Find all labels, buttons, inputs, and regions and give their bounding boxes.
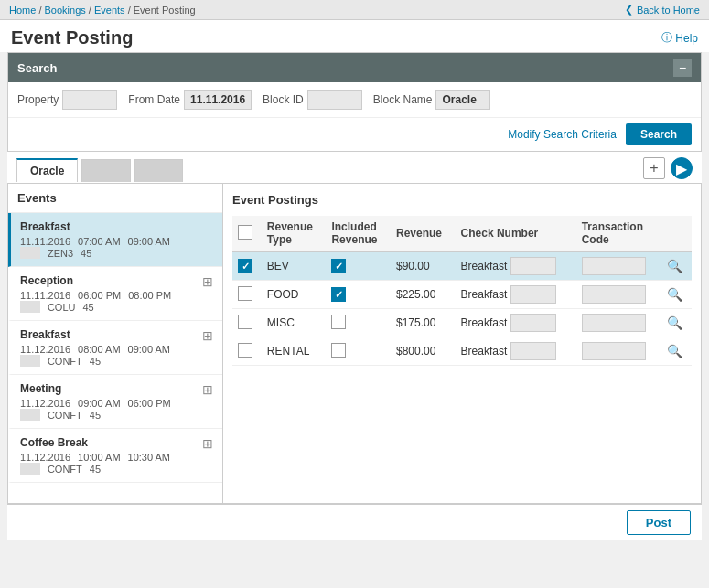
transaction-code-input[interactable] [582,314,646,332]
event-code-row: ZEN3 45 [20,247,213,259]
event-date-row: 11.12.2016 09:00 AM 06:00 PM [20,398,213,409]
search-criteria: Property From Date 11.11.2016 Block ID B… [8,82,701,117]
included-revenue-cell[interactable] [326,309,391,337]
event-date-row: 11.12.2016 08:00 AM 09:00 AM [20,344,213,355]
transaction-code-input[interactable] [582,342,646,360]
row-checkbox[interactable] [238,315,252,329]
collapse-button[interactable]: − [673,59,692,77]
search-actions: Modify Search Criteria Search [8,117,701,151]
transaction-code-cell [576,251,661,281]
list-item[interactable]: Breakfast 11.11.2016 07:00 AM 09:00 AM Z… [8,213,222,267]
breadcrumb-current: Event Posting [134,5,196,16]
event-room-code: CONFT [48,464,82,475]
event-date-row: 11.11.2016 06:00 PM 08:00 PM [20,290,213,301]
tab-2[interactable] [81,159,130,182]
check-number-cell: Breakfast [456,281,576,309]
tab-3[interactable] [134,159,183,182]
included-revenue-checkbox[interactable] [331,315,346,329]
events-panel: Events Breakfast 11.11.2016 07:00 AM 09:… [8,184,223,503]
modify-search-link[interactable]: Modify Search Criteria [508,128,617,141]
col-check-number: Check Number [456,216,576,251]
check-number-input[interactable] [510,342,556,360]
event-end: 08:00 PM [128,290,171,301]
postings-title: Event Postings [232,193,692,207]
search-button[interactable]: Search [626,123,692,145]
col-revenue-type: RevenueType [262,216,327,251]
check-number-text: Breakfast [461,316,508,329]
event-code [20,409,40,421]
events-list[interactable]: Breakfast 11.11.2016 07:00 AM 09:00 AM Z… [8,213,222,503]
list-item[interactable]: Breakfast 11.12.2016 08:00 AM 09:00 AM C… [8,321,222,375]
search-action-cell[interactable]: 🔍 [661,251,692,281]
included-revenue-checkbox[interactable] [331,287,346,302]
col-revenue: Revenue [391,216,456,251]
transaction-code-cell [576,337,661,366]
search-row-button[interactable]: 🔍 [667,344,682,358]
event-name: Coffee Break [20,436,213,449]
back-to-home-link[interactable]: ❮ Back to Home [625,4,700,16]
search-row-button[interactable]: 🔍 [667,287,682,302]
list-item[interactable]: Reception 11.11.2016 06:00 PM 08:00 PM C… [8,267,222,321]
row-checkbox[interactable] [238,259,252,273]
page-title: Event Posting [11,27,133,48]
revenue-cell: $225.00 [391,281,456,309]
included-revenue-cell[interactable] [326,281,391,309]
search-action-cell[interactable]: 🔍 [661,309,692,337]
list-item[interactable]: Meeting 11.12.2016 09:00 AM 06:00 PM CON… [8,375,222,429]
search-action-cell[interactable]: 🔍 [661,281,692,309]
included-revenue-cell[interactable] [326,337,391,366]
property-criteria: Property [17,90,117,110]
search-title: Search [17,61,57,75]
transaction-code-input[interactable] [582,285,646,304]
event-end: 09:00 AM [128,344,170,355]
event-code [20,247,40,259]
breadcrumb-home[interactable]: Home [9,5,36,16]
block-id-criteria: Block ID [263,90,362,110]
transaction-code-input[interactable] [582,257,646,275]
row-checkbox-cell[interactable] [232,251,262,281]
included-revenue-checkbox[interactable] [331,259,346,273]
row-checkbox[interactable] [238,343,252,358]
row-checkbox-cell[interactable] [232,309,262,337]
select-all-checkbox[interactable] [238,225,252,240]
event-num: 45 [90,356,101,367]
check-number-input[interactable] [510,257,556,275]
block-id-value [307,90,362,110]
breadcrumb-events[interactable]: Events [94,5,125,16]
row-checkbox-cell[interactable] [232,337,262,366]
event-room-code: ZEN3 [48,248,73,259]
nav-tab-button[interactable]: ▶ [671,157,693,179]
tab-actions: + ▶ [643,157,693,183]
check-number-cell: Breakfast [456,251,576,281]
event-start: 07:00 AM [78,236,120,247]
event-room-code: CONFT [48,410,82,421]
row-checkbox[interactable] [238,286,252,301]
event-code [20,355,40,367]
block-name-criteria: Block Name Oracle [373,90,491,110]
check-number-input[interactable] [510,285,556,304]
search-row-button[interactable]: 🔍 [667,259,682,273]
add-tab-button[interactable]: + [643,157,665,179]
tabs-container: Oracle [16,158,183,182]
col-transaction-code: TransactionCode [576,216,661,251]
col-action [661,216,692,251]
check-number-input[interactable] [510,314,556,332]
event-code [20,463,40,475]
tab-oracle[interactable]: Oracle [16,158,78,182]
bottom-bar: Post [7,504,702,540]
included-revenue-cell[interactable] [326,251,391,281]
help-link[interactable]: ⓘ Help [661,30,698,46]
breadcrumb-bookings[interactable]: Bookings [45,5,86,16]
search-action-cell[interactable]: 🔍 [661,337,692,366]
from-date-criteria: From Date 11.11.2016 [128,90,252,110]
event-date: 11.11.2016 [20,236,70,247]
event-date-row: 11.12.2016 10:00 AM 10:30 AM [20,452,213,463]
list-item[interactable]: Coffee Break 11.12.2016 10:00 AM 10:30 A… [8,429,222,483]
included-revenue-checkbox[interactable] [331,343,346,358]
table-row: RENTAL $800.00 Breakfast 🔍 [232,337,692,366]
row-checkbox-cell[interactable] [232,281,262,309]
search-row-button[interactable]: 🔍 [667,315,682,330]
post-button[interactable]: Post [627,510,691,535]
event-end: 10:30 AM [128,452,170,463]
help-icon: ⓘ [661,30,672,46]
